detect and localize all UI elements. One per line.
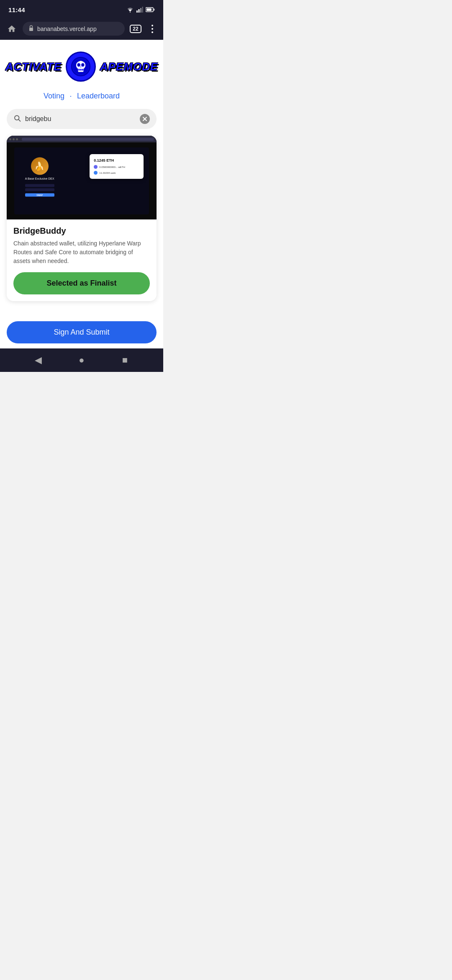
svg-rect-7	[154, 9, 155, 11]
card-title: BridgeBuddy	[13, 226, 150, 236]
sign-submit-button[interactable]: Sign And Submit	[7, 321, 157, 343]
finalist-button[interactable]: Selected as Finalist	[13, 272, 150, 294]
svg-rect-4	[142, 7, 144, 13]
dex-eth-amount: 0.1245 ETH	[94, 158, 139, 162]
status-icons	[126, 7, 155, 13]
skull-icon	[71, 57, 91, 77]
search-bar	[7, 109, 157, 129]
chrome-dot-2	[13, 138, 15, 140]
swap-label: SWAP	[36, 194, 43, 196]
lock-icon	[28, 25, 34, 33]
svg-point-17	[82, 64, 84, 66]
logo-text-apemode: APEMODE	[100, 60, 158, 73]
search-input[interactable]	[25, 115, 136, 123]
battery-icon	[146, 7, 155, 12]
search-container	[0, 109, 163, 136]
logo-circle	[66, 52, 96, 82]
card-container: 🍌 A Base Exclusive DEX SWAP	[0, 136, 163, 308]
android-nav-bar: ◀ ● ■	[0, 348, 163, 372]
svg-rect-3	[140, 8, 141, 13]
card-image-inner: 🍌 A Base Exclusive DEX SWAP	[7, 136, 157, 219]
sign-btn-container: Sign And Submit	[0, 316, 163, 348]
svg-rect-18	[78, 69, 80, 71]
main-content: ACTIVATE	[0, 40, 163, 316]
browser-bar: bananabets.vercel.app 22	[0, 18, 163, 40]
svg-rect-8	[29, 28, 33, 31]
chrome-dot-3	[16, 138, 18, 140]
svg-rect-19	[80, 69, 81, 71]
card-image: 🍌 A Base Exclusive DEX SWAP	[7, 136, 157, 219]
svg-rect-20	[82, 69, 83, 71]
status-time: 11:44	[8, 6, 25, 13]
status-bar: 11:44	[0, 0, 163, 18]
project-card: 🍌 A Base Exclusive DEX SWAP	[7, 136, 157, 301]
logo-text-activate: ACTIVATE	[5, 60, 62, 73]
search-clear-button[interactable]	[140, 114, 150, 124]
nav-separator: ·	[69, 92, 72, 100]
wifi-icon	[126, 7, 134, 13]
url-text: bananabets.vercel.app	[37, 26, 97, 32]
dex-token1: 0.0500000000... wETH	[99, 166, 125, 168]
card-browser-chrome	[7, 136, 157, 142]
card-description: Chain abstracted wallet, utilizing Hyper…	[13, 239, 150, 266]
svg-line-22	[18, 119, 20, 121]
svg-point-16	[78, 64, 80, 66]
svg-point-0	[130, 12, 131, 13]
menu-dot-2	[152, 28, 153, 30]
browser-url-bar[interactable]: bananabets.vercel.app	[23, 22, 125, 36]
dex-center-text: A Base Exclusive DEX	[25, 177, 54, 180]
svg-rect-6	[146, 8, 152, 11]
dex-token2: 11.01004 usdc	[99, 172, 116, 174]
home-button[interactable]: ●	[73, 352, 90, 369]
tabs-count-badge: 22	[130, 25, 141, 33]
browser-menu-button[interactable]	[146, 23, 158, 35]
signal-icon	[136, 7, 143, 13]
back-button[interactable]: ◀	[30, 352, 47, 369]
chrome-dot-1	[9, 138, 11, 140]
logo-section: ACTIVATE	[0, 40, 163, 88]
svg-rect-1	[136, 10, 138, 13]
nav-links: Voting · Leaderboard	[0, 88, 163, 109]
leaderboard-link[interactable]: Leaderboard	[77, 92, 120, 100]
browser-tabs-button[interactable]: 22	[129, 22, 142, 36]
voting-link[interactable]: Voting	[44, 92, 64, 100]
search-icon	[13, 114, 21, 124]
svg-rect-2	[139, 9, 140, 13]
menu-dot-3	[152, 31, 153, 33]
menu-dot-1	[152, 25, 153, 26]
card-body: BridgeBuddy Chain abstracted wallet, uti…	[7, 219, 157, 301]
recents-button[interactable]: ■	[116, 352, 133, 369]
browser-home-button[interactable]	[5, 22, 18, 36]
